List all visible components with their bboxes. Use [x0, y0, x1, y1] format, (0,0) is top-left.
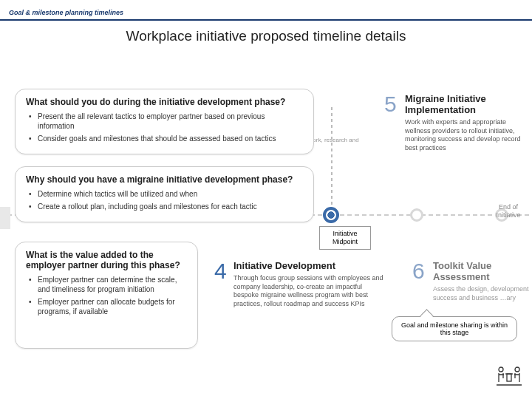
list-item: Employer partner can determine the scale…	[29, 275, 187, 294]
step-6-title: Toolkit Value Assessment	[433, 260, 529, 282]
card-c-list: Employer partner can determine the scale…	[26, 275, 187, 316]
step-5-body: Work with experts and appropriate wellne…	[405, 118, 523, 153]
step-5-title: Migraine Initiative Implementation	[405, 93, 523, 115]
list-item: Determine which tactics will be utilized…	[29, 189, 303, 199]
step-6-block: Toolkit Value Assessment Assess the desi…	[433, 260, 529, 302]
left-edge-marker	[0, 207, 10, 229]
step-4-body: Through focus group sessions with employ…	[233, 274, 389, 309]
card-c-heading: What is the value added to the employer …	[26, 250, 187, 270]
list-item: Present the all relevant tactics to empl…	[29, 112, 303, 131]
end-label: End of Initiative	[489, 203, 528, 219]
callout-bubble: Goal and milestone sharing is within thi…	[392, 316, 517, 341]
card-a-heading: What should you do during the initiative…	[26, 97, 303, 107]
svg-rect-0	[507, 374, 511, 381]
step-6-number: 6	[412, 259, 425, 284]
timeline-node-2	[410, 208, 423, 222]
card-b-heading: Why should you have a migraine initiativ…	[26, 174, 303, 185]
svg-point-3	[515, 367, 519, 372]
callout-text: Goal and milestone sharing is within thi…	[401, 321, 508, 336]
step-6-body: Assess the design, development success a…	[433, 285, 529, 302]
meeting-icon	[497, 364, 522, 392]
card-what-to-do: What should you do during the initiative…	[15, 89, 314, 154]
card-value: What is the value added to the employer …	[15, 242, 198, 349]
breadcrumb-text: Goal & milestone planning timelines	[9, 9, 123, 16]
card-a-list: Present the all relevant tactics to empl…	[26, 112, 303, 143]
card-b-list: Determine which tactics will be utilized…	[26, 189, 303, 211]
page-title: Workplace initiative proposed timeline d…	[0, 28, 532, 44]
card-why: Why should you have a migraine initiativ…	[15, 166, 314, 222]
connector-line	[331, 107, 332, 211]
midpoint-label: Initiative Midpoint	[319, 226, 371, 250]
list-item: Consider goals and milestones that shoul…	[29, 134, 303, 143]
step-5-block: Migraine Initiative Implementation Work …	[405, 93, 523, 153]
list-item: Employer partner can allocate budgets fo…	[29, 297, 187, 316]
timeline-node-midpoint	[323, 207, 339, 223]
step-4-block: Initiative Development Through focus gro…	[233, 260, 389, 309]
breadcrumb-bar: Goal & milestone planning timelines	[0, 0, 532, 21]
step-4-title: Initiative Development	[233, 260, 389, 271]
step-4-number: 4	[214, 259, 227, 284]
svg-point-2	[499, 367, 503, 372]
list-item: Create a rollout plan, including goals a…	[29, 202, 303, 211]
step-5-number: 5	[384, 92, 397, 117]
